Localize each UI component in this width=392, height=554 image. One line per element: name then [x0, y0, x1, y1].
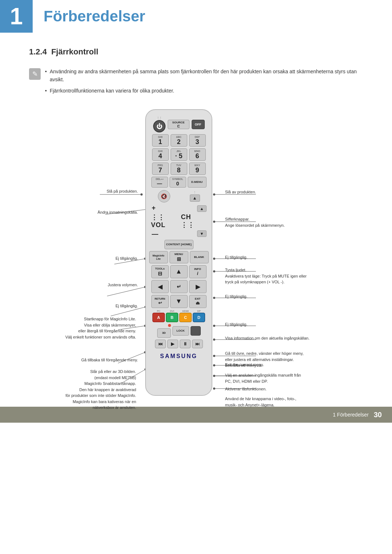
btn-prev[interactable]: ⏮: [155, 340, 166, 348]
remote-row-3d-lock: 3D LOCK: [149, 324, 209, 338]
btn-5[interactable]: JKL· 5: [171, 148, 187, 161]
note-icon: ✎: [29, 68, 41, 80]
btn-6[interactable]: MNO6: [189, 148, 206, 161]
btn-pause[interactable]: ⏸: [180, 340, 191, 348]
btn-menu[interactable]: MENU⊞: [170, 251, 188, 263]
chapter-title: Förberedelser: [33, 0, 156, 33]
magicinfo-dot: [168, 324, 171, 327]
power-button[interactable]: ⏻: [153, 120, 166, 132]
remote-row-top: ⋮⋮ ⏻ SOURCE ⊏ OFF: [149, 116, 209, 132]
btn-info[interactable]: INFOi: [189, 265, 207, 278]
remote-row-return-exit: RETURN↩ ▼ EXIT⏏: [149, 295, 209, 308]
btn-hdmi-c[interactable]: C: [179, 313, 192, 322]
svg-line-8: [111, 307, 146, 316]
svg-point-21: [213, 258, 215, 260]
btn-lock[interactable]: LOCK: [172, 326, 189, 336]
section-title: 1.2.4 Fjärrkontroll: [29, 47, 363, 57]
svg-line-6: [107, 287, 145, 296]
btn-symbol[interactable]: SYMBOL 0: [170, 177, 186, 188]
btn-nav-ok[interactable]: ↵: [170, 280, 188, 293]
btn-ch-dn-right[interactable]: ▼: [197, 230, 207, 237]
ann-right-blank: Ej tillgänglig.: [225, 321, 334, 328]
btn-1[interactable]: GHI1: [152, 134, 169, 147]
footer-page-number: 30: [374, 411, 382, 419]
source-button[interactable]: SOURCE ⊏: [168, 120, 189, 129]
vol-ch-row: + ⋮⋮ VOL — ▲ CH ⋮⋮ ▼: [149, 204, 209, 238]
btn-dmenu[interactable]: D.MENU: [188, 177, 207, 188]
ann-right-ej1: Ej tillgänglig.: [225, 254, 334, 260]
ann-left-vol: Justera volymen.: [58, 283, 138, 287]
ann-right-num: Sifferknappar.Ange lösenordet på skärmme…: [225, 216, 334, 228]
remote-row-media: ⏮ ▶ ⏸ ⏭: [149, 340, 209, 348]
btn-magicinfo-lite[interactable]: MagicInfoLite: [149, 251, 168, 263]
remote-row-content: CONTENT [HOME]: [149, 240, 209, 249]
btn-content[interactable]: CONTENT [HOME]: [164, 240, 193, 249]
remote-wrapper: Slå på produkten. Ändra inmatningskälla.…: [58, 102, 334, 399]
btn-blank[interactable]: BLANK: [190, 251, 209, 263]
chapter-number: 1: [0, 0, 33, 33]
btn-mute[interactable]: 🔇: [158, 190, 170, 202]
svg-point-31: [213, 355, 215, 357]
btn-dp-d[interactable]: D: [193, 313, 205, 322]
ann-left-3d: Slår på eller av 3D-bilden. (endast mode…: [58, 369, 136, 411]
ann-right-ej2: Ej tillgänglig.: [225, 294, 334, 300]
btn-tools[interactable]: TOOLs ⊟: [151, 265, 169, 278]
note-block: ✎ • Användning av andra skärmenheten på …: [29, 67, 363, 95]
remote-row-menu: MagicInfoLite MENU⊞ BLANK: [149, 251, 209, 263]
btn-3[interactable]: DEF3: [189, 134, 206, 147]
remote-row-dmenu: DEL•-• — SYMBOL 0 D.MENU: [149, 177, 209, 188]
ann-left-return: Gå tillbaka till föregående meny.: [58, 358, 138, 362]
svg-point-25: [213, 297, 215, 299]
ann-right-info: Visa information om den aktuella ingångs…: [225, 335, 334, 341]
ann-right-power-off: Slå av produkten.: [225, 189, 334, 195]
svg-point-17: [213, 193, 215, 196]
note-text-2: • Fjärrkontrollfunktionerna kan variera …: [45, 87, 363, 95]
ann-left-power-on: Slå på produkten.: [58, 189, 138, 193]
btn-dvi-b[interactable]: B: [166, 313, 178, 322]
svg-point-29: [213, 338, 215, 341]
ann-left-source: Ändra inmatningskälla.: [58, 210, 138, 214]
btn-play[interactable]: ▶: [167, 340, 178, 348]
remote-row-mute-vol: 🔇 ⋮ ▲: [149, 190, 209, 202]
remote-row-color: PC A DVI B HDMI C DP D: [149, 310, 209, 322]
samsung-logo: SAMSUNG: [160, 353, 197, 360]
btn-4[interactable]: GHI4: [152, 148, 169, 161]
ann-left-ej2: Ej tillgänglig.: [58, 304, 138, 308]
remote-row-789: PRS7 TUV8 WXY9: [149, 163, 209, 175]
page-header: 1 Förberedelser: [0, 0, 392, 33]
btn-ch-up[interactable]: ▲: [190, 194, 200, 202]
off-button[interactable]: OFF: [192, 120, 205, 129]
btn-9[interactable]: WXY9: [189, 163, 206, 175]
btn-nav-up-main[interactable]: ▲: [170, 265, 188, 278]
btn-pc-a[interactable]: A: [152, 313, 165, 322]
btn-next[interactable]: ⏭: [192, 340, 203, 348]
btn-8[interactable]: TUV8: [171, 163, 187, 175]
btn-2[interactable]: ABC2: [171, 134, 187, 147]
btn-black-sq[interactable]: [191, 326, 201, 336]
remote-row-tools: TOOLs ⊟ ▲ INFOi: [149, 265, 209, 278]
svg-point-23: [213, 270, 215, 272]
svg-point-1: [140, 193, 143, 196]
remote-row-456: GHI4 JKL· 5 MNO6: [149, 148, 209, 161]
svg-point-27: [213, 325, 215, 327]
remote-row-nav: ◀ ↵ ▶: [149, 280, 209, 293]
remote-body: ⋮⋮ ⏻ SOURCE ⊏ OFF GHI1: [145, 109, 212, 396]
btn-nav-right[interactable]: ▶: [189, 280, 207, 293]
vol-plus-icon: +: [152, 204, 156, 212]
content-area: 1.2.4 Fjärrkontroll ✎ • Användning av an…: [0, 47, 392, 399]
btn-magicinfo-3d[interactable]: 3D: [157, 328, 171, 338]
btn-ch-up-right[interactable]: ▲: [197, 205, 207, 212]
svg-point-35: [213, 375, 215, 377]
btn-nav-down[interactable]: ▼: [170, 295, 188, 308]
remote-row-123: GHI1 ABC2 DEF3: [149, 134, 209, 147]
btn-exit[interactable]: EXIT⏏: [189, 295, 207, 308]
ann-right-exit: Exit the current menu.: [225, 362, 334, 368]
btn-return[interactable]: RETURN↩: [151, 295, 169, 308]
svg-point-33: [213, 364, 215, 366]
diagram-container: Slå på produkten. Ändra inmatningskälla.…: [29, 102, 363, 399]
btn-nav-left[interactable]: ◀: [151, 280, 169, 293]
btn-dash[interactable]: DEL•-• —: [151, 177, 168, 188]
footer-chapter-label: 1 Förberedelser: [333, 412, 369, 418]
btn-7[interactable]: PRS7: [152, 163, 169, 175]
svg-point-19: [213, 221, 215, 223]
